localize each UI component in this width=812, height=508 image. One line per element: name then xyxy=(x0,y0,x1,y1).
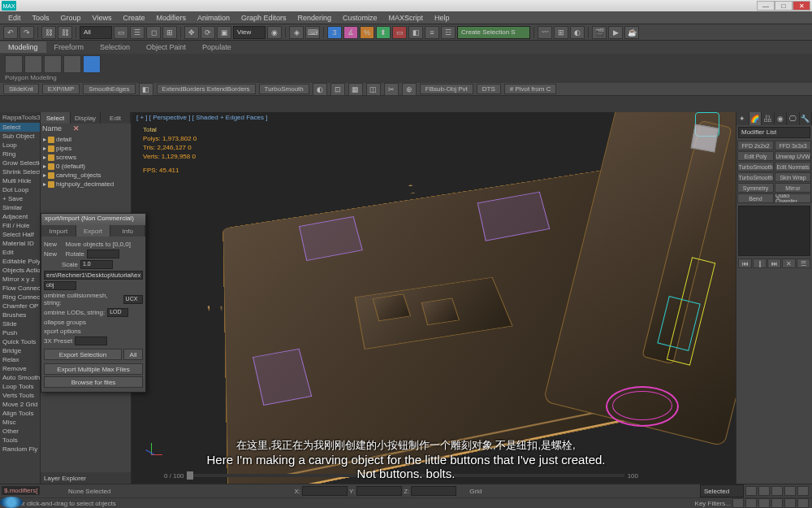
poly-vertex-button[interactable] xyxy=(5,55,23,73)
browse-files-button[interactable]: Browse for files xyxy=(44,376,143,388)
layer-row[interactable]: ▸0 (default) xyxy=(42,162,129,171)
pin-stack-button[interactable]: ⏮ xyxy=(738,258,752,268)
modifier-button[interactable]: Bend xyxy=(737,193,774,203)
export-all-button[interactable]: All xyxy=(123,349,143,360)
display-tab[interactable]: 🖵 xyxy=(787,112,800,125)
menu-tools[interactable]: Tools xyxy=(28,13,54,23)
preset-dropdown[interactable] xyxy=(75,336,107,345)
modifier-button[interactable]: Skin Wrap xyxy=(775,172,811,182)
dialog-tab-export[interactable]: Export xyxy=(76,225,111,237)
modify-tab[interactable]: 🌈 xyxy=(749,112,762,125)
rappatool-item[interactable]: Sub Object xyxy=(0,132,40,141)
poly-edge-button[interactable] xyxy=(24,55,42,73)
render-setup-button[interactable]: 🎬 xyxy=(592,26,607,39)
ribbon-tab-freeform[interactable]: Freeform xyxy=(46,41,93,53)
rappatool-item[interactable]: Editable Poly xyxy=(0,257,40,266)
rappatool-item[interactable]: Grow Selection xyxy=(0,158,40,167)
modifier-button[interactable]: Unwrap UVW xyxy=(775,151,811,161)
modifier-button[interactable]: TurboSmooth xyxy=(737,172,774,182)
tool-icon-2[interactable]: ◐ xyxy=(313,83,327,96)
maxscript-listener[interactable]: $.modifiers[ xyxy=(2,486,40,495)
selection-lock-dropdown[interactable]: Selected xyxy=(700,484,744,497)
extend-borders-button[interactable]: ExtendBorders ExtendBorders xyxy=(157,84,256,94)
hierarchy-tab[interactable]: 品 xyxy=(762,112,775,125)
export-selection-button[interactable]: Export Selection xyxy=(44,349,122,360)
rappatool-item[interactable]: Slide xyxy=(0,319,40,328)
menu-modifiers[interactable]: Modifiers xyxy=(151,13,191,23)
maximize-button[interactable]: □ xyxy=(775,1,793,11)
menu-help[interactable]: Help xyxy=(430,13,455,23)
ribbon-tab-populate[interactable]: Populate xyxy=(194,41,240,53)
curve-editor-button[interactable]: 〰 xyxy=(538,26,552,39)
show-end-button[interactable]: ‖ xyxy=(753,258,767,268)
rotate-button[interactable]: ⟳ xyxy=(201,26,215,39)
time-slider[interactable]: 0 / 100 100 xyxy=(164,472,638,479)
scale-button[interactable]: ▣ xyxy=(217,26,231,39)
ribbon-tab-selection[interactable]: Selection xyxy=(92,41,138,53)
unlink-button[interactable]: ⛓ xyxy=(58,26,72,39)
rappatool-item[interactable]: Brushes xyxy=(0,310,40,319)
layer-row[interactable]: ▸carving_objects xyxy=(42,171,129,180)
rappatool-item[interactable]: Similar xyxy=(0,203,40,212)
keyboard-button[interactable]: ⌨ xyxy=(305,26,320,39)
modifier-button[interactable]: Mirror xyxy=(775,183,811,193)
modifier-button[interactable]: TurboSmooth xyxy=(737,162,774,172)
key-filters-button[interactable]: Key Filters... xyxy=(695,500,731,507)
name-column-header[interactable]: Name xyxy=(42,124,62,132)
fbsub-button[interactable]: FBsub-Obj Pvt xyxy=(420,84,473,94)
rappatool-item[interactable]: Tools xyxy=(0,436,40,445)
smooth-edges-button[interactable]: SmoothEdges xyxy=(83,84,135,94)
rappatool-item[interactable]: Random Fly xyxy=(0,445,40,454)
select-button[interactable]: ▭ xyxy=(114,26,128,39)
snap-toggle[interactable]: 3 xyxy=(327,26,342,39)
tool-icon-5[interactable]: ◫ xyxy=(366,83,381,96)
turbosmooth-button[interactable]: TurboSmooth xyxy=(259,84,309,94)
menu-views[interactable]: Views xyxy=(88,13,117,23)
rappatool-item[interactable]: Ring xyxy=(0,150,40,158)
viewport-label[interactable]: [ + ] [ Perspective ] [ Shaded + Edged F… xyxy=(136,114,267,121)
rappatool-item[interactable]: Flow Connect xyxy=(0,284,40,293)
layers-button[interactable]: ☲ xyxy=(441,26,456,39)
rappatool-item[interactable]: Verts Tools xyxy=(0,391,40,400)
menu-rendering[interactable]: Rendering xyxy=(293,13,337,23)
modifier-button[interactable]: Edit Normals xyxy=(775,162,811,172)
render-frame-button[interactable]: ▶ xyxy=(608,26,623,39)
modifier-stack[interactable] xyxy=(738,206,810,256)
create-tab[interactable]: ✦ xyxy=(736,112,749,125)
explorer-tab-select[interactable]: Select xyxy=(41,112,71,124)
menu-group[interactable]: Group xyxy=(56,13,86,23)
window-crossing-button[interactable]: ⊞ xyxy=(162,26,177,39)
named-sel[interactable]: ▭ xyxy=(392,26,407,39)
explorer-tab-edit[interactable]: Edit xyxy=(101,112,131,124)
nav-4[interactable] xyxy=(771,498,783,508)
menu-customize[interactable]: Customize xyxy=(338,13,382,23)
rappatool-item[interactable]: Loop xyxy=(0,141,40,150)
modifier-button[interactable]: FFD 3x3x3 xyxy=(775,141,811,150)
menu-animation[interactable]: Animation xyxy=(192,13,235,23)
pivot-button[interactable]: ◉ xyxy=(267,26,282,39)
angle-snap[interactable]: ∡ xyxy=(343,26,358,39)
rappatool-item[interactable]: + Save xyxy=(0,194,40,203)
rappatool-item[interactable]: Bridge xyxy=(0,346,40,355)
manipulate-button[interactable]: ◈ xyxy=(289,26,304,39)
nav-2[interactable] xyxy=(745,498,757,508)
clear-filter-icon[interactable]: ✕ xyxy=(73,124,80,132)
rappatool-item[interactable]: Multi Hide xyxy=(0,176,40,185)
rappatool-item[interactable]: Edit xyxy=(0,248,40,257)
configure-button[interactable]: ☰ xyxy=(797,258,810,268)
rappatool-item[interactable]: Ring Connect xyxy=(0,293,40,302)
rappatool-item[interactable]: Move 2 Grid xyxy=(0,400,40,409)
viewcube[interactable] xyxy=(685,119,724,158)
render-button[interactable]: ☕ xyxy=(624,26,639,39)
utilities-tab[interactable]: 🔧 xyxy=(800,112,813,125)
rappatool-item[interactable]: Auto Smooth xyxy=(0,373,40,382)
link-button[interactable]: ⛓ xyxy=(41,26,56,39)
ucx-field[interactable]: UCX xyxy=(123,295,143,304)
nav-6[interactable] xyxy=(797,498,809,508)
pivot-from-c-button[interactable]: # Pivot from C xyxy=(504,84,557,94)
rappatool-item[interactable]: Select Half xyxy=(0,230,40,239)
modifier-list-dropdown[interactable]: Modifier List xyxy=(738,127,810,138)
rappatool-item[interactable]: Other xyxy=(0,427,40,436)
close-button[interactable]: ✕ xyxy=(793,1,810,11)
make-unique-button[interactable]: ⏭ xyxy=(767,258,781,268)
